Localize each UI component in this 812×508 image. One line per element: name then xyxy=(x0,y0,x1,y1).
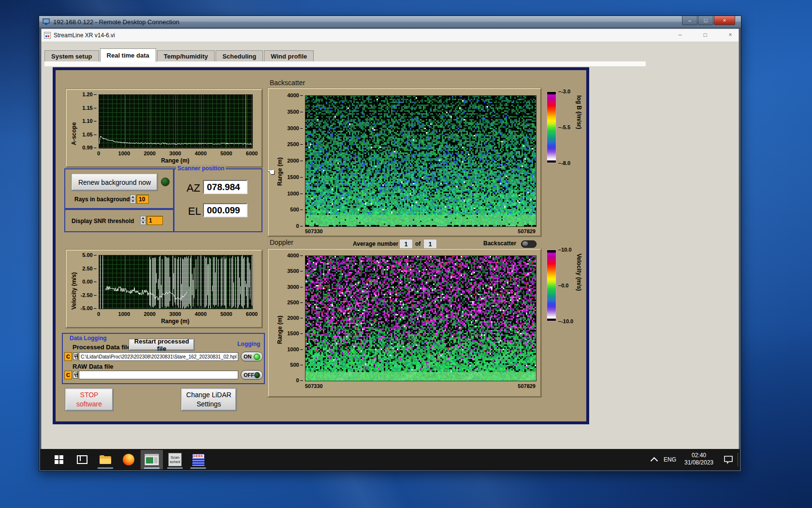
settings-button-line1: Change LiDAR xyxy=(186,390,231,400)
renew-background-button[interactable]: Renew background now xyxy=(72,174,158,191)
stop-button-line1: STOP xyxy=(80,390,99,400)
tray-chevron-icon[interactable] xyxy=(651,457,658,465)
rdp-maximize-button[interactable]: □ xyxy=(698,16,713,25)
backscatter-x-ticks: 507330 507829 xyxy=(305,228,536,235)
backscatter-graph-frame: Range (m) 400035003000250020001500100050… xyxy=(268,88,541,237)
change-lidar-settings-button[interactable]: Change LiDAR Settings xyxy=(181,388,236,411)
action-center-icon[interactable] xyxy=(724,455,733,464)
streamline-app-button[interactable] xyxy=(141,450,163,469)
front-panel: A-scope 1.201.151.101.050.99 01000200030… xyxy=(53,67,589,424)
rdp-titlebar[interactable]: 192.168.0.122 - Remote Desktop Connectio… xyxy=(39,16,741,28)
doppler-colorbar xyxy=(547,250,556,321)
rays-value-field[interactable]: 10 xyxy=(136,194,149,204)
backscatter-x-end: 507829 xyxy=(518,228,536,234)
tab-page-edge xyxy=(44,61,646,66)
firefox-icon xyxy=(123,454,134,465)
processed-data-file-label: Processed Data file xyxy=(72,344,130,351)
app-close-button[interactable]: × xyxy=(726,31,735,39)
backscatter-x-start: 507330 xyxy=(305,228,323,234)
logging-label: Logging xyxy=(237,341,260,347)
clock[interactable]: 02:40 31/08/2023 xyxy=(677,452,721,466)
raw-logging-led xyxy=(254,372,260,378)
ascope-y-axis-label: A-scope xyxy=(71,99,77,145)
app-restore-button[interactable]: □ xyxy=(701,31,710,39)
task-view-button[interactable] xyxy=(71,450,93,469)
ascope-y-ticks: 1.201.151.101.050.99 xyxy=(77,94,97,148)
tab-temp-humidity[interactable]: Temp/humidity xyxy=(157,50,215,62)
doppler-x-start: 507330 xyxy=(305,383,323,389)
of-label: of xyxy=(415,240,420,247)
app-window-title: StreamLine XR v14-6.vi xyxy=(54,32,115,39)
taskbar: Scansched GEEK ENG 02:40 31/08/2023 xyxy=(40,449,740,470)
raw-drive-selector[interactable]: C xyxy=(64,371,72,379)
ascope-graph-frame: A-scope 1.201.151.101.050.99 01000200030… xyxy=(66,89,262,167)
tab-real-time-data[interactable]: Real time data xyxy=(100,48,156,62)
ascope-x-axis-label: Range (m) xyxy=(99,157,252,164)
rays-spinner[interactable] xyxy=(130,194,136,204)
rdp-window: 192.168.0.122 - Remote Desktop Connectio… xyxy=(39,15,741,472)
backscatter-heatmap xyxy=(305,95,536,227)
clock-date: 31/08/2023 xyxy=(677,459,721,466)
show-desktop-edge[interactable] xyxy=(738,453,738,466)
tab-system-setup[interactable]: System setup xyxy=(44,50,99,62)
velocity-y-ticks: 5.002.500.00-2.50-5.00 xyxy=(76,255,97,308)
snr-threshold-box: Display SNR threshold 1 xyxy=(64,209,174,232)
processed-logging-led xyxy=(254,354,260,360)
velocity-graph-frame: Velocity (m/s) 5.002.500.00-2.50-5.00 01… xyxy=(66,250,262,328)
backscatter-y-ticks: 40003500300025002000150010005000 xyxy=(283,95,303,226)
windows-logo-icon xyxy=(55,455,63,464)
geek-app-button[interactable]: GEEK xyxy=(187,450,209,469)
backscatter-colorbar-label: log B (/m/sr) xyxy=(576,95,582,159)
doppler-x-ticks: 507330 507829 xyxy=(305,383,536,389)
backscatter-colorbar xyxy=(547,91,556,163)
firefox-button[interactable] xyxy=(117,450,140,469)
rdp-window-controls: – □ × xyxy=(682,16,735,25)
tab-scheduling[interactable]: Scheduling xyxy=(216,50,263,62)
geek-app-icon: GEEK xyxy=(192,454,204,466)
processed-logging-toggle[interactable]: ON xyxy=(241,352,263,361)
backscatter-y-axis-label: Range (m) xyxy=(276,133,283,186)
file-explorer-button[interactable] xyxy=(94,450,116,469)
app-titlebar[interactable]: StreamLine XR v14-6.vi xyxy=(42,29,739,42)
scanner-position-box: Scanner position AZ 078.984 EL 000.099 xyxy=(173,168,262,232)
stop-software-button[interactable]: STOP software xyxy=(65,388,113,411)
doppler-colorbar-ticks: 10.00.0-10.0 xyxy=(558,250,578,321)
rdp-close-button[interactable]: × xyxy=(714,16,735,25)
velocity-plot xyxy=(99,255,253,309)
desktop: 192.168.0.122 - Remote Desktop Connectio… xyxy=(0,0,812,508)
azimuth-value: 078.984 xyxy=(203,180,247,194)
raw-data-file-label: RAW Data file xyxy=(72,363,114,370)
streamline-app-window: StreamLine XR v14-6.vi – □ × System setu… xyxy=(41,29,739,450)
ascope-x-ticks: 0100020003000400050006000 xyxy=(99,150,252,156)
data-logging-title: Data Logging xyxy=(70,335,107,342)
snr-value-field[interactable]: 1 xyxy=(146,216,163,225)
backscatter-toggle-label: Backscatter xyxy=(483,240,516,247)
average-total-field[interactable]: 1 xyxy=(423,239,437,249)
clock-time: 02:40 xyxy=(677,452,721,459)
restart-processed-file-button[interactable]: Restart processed file xyxy=(129,339,194,350)
backscatter-display-toggle[interactable] xyxy=(521,240,536,248)
file-explorer-icon xyxy=(100,455,111,464)
raw-path-field[interactable] xyxy=(79,371,238,379)
rays-in-background-label: Rays in background xyxy=(74,196,130,203)
raw-browse-icon[interactable] xyxy=(73,371,78,378)
rdp-minimize-button[interactable]: – xyxy=(682,16,697,25)
start-button[interactable] xyxy=(48,450,70,469)
raw-logging-toggle[interactable]: OFF xyxy=(241,370,263,380)
snr-spinner[interactable] xyxy=(140,216,146,225)
average-number-field[interactable]: 1 xyxy=(399,239,413,249)
elevation-label: EL xyxy=(188,205,201,218)
processed-drive-selector[interactable]: C xyxy=(64,352,72,361)
processed-browse-icon[interactable] xyxy=(73,353,78,360)
tab-wind-profile[interactable]: Wind profile xyxy=(264,50,314,62)
app-minimize-button[interactable]: – xyxy=(676,31,684,39)
doppler-heatmap xyxy=(305,255,536,381)
language-indicator[interactable]: ENG xyxy=(664,456,676,463)
doppler-y-ticks: 40003500300025002000150010005000 xyxy=(283,255,303,380)
backscatter-colorbar-ticks: -3.0-5.5-8.0 xyxy=(558,91,578,163)
scan-scheduler-button[interactable]: Scansched xyxy=(164,450,186,469)
processed-path-field[interactable]: C:\Lidar\Data\Proc\2023\202308\20230831\… xyxy=(79,352,238,361)
processed-toggle-label: ON xyxy=(244,354,252,359)
doppler-colorbar-label: Velocity (m/s) xyxy=(576,254,582,317)
raw-toggle-label: OFF xyxy=(244,372,254,378)
